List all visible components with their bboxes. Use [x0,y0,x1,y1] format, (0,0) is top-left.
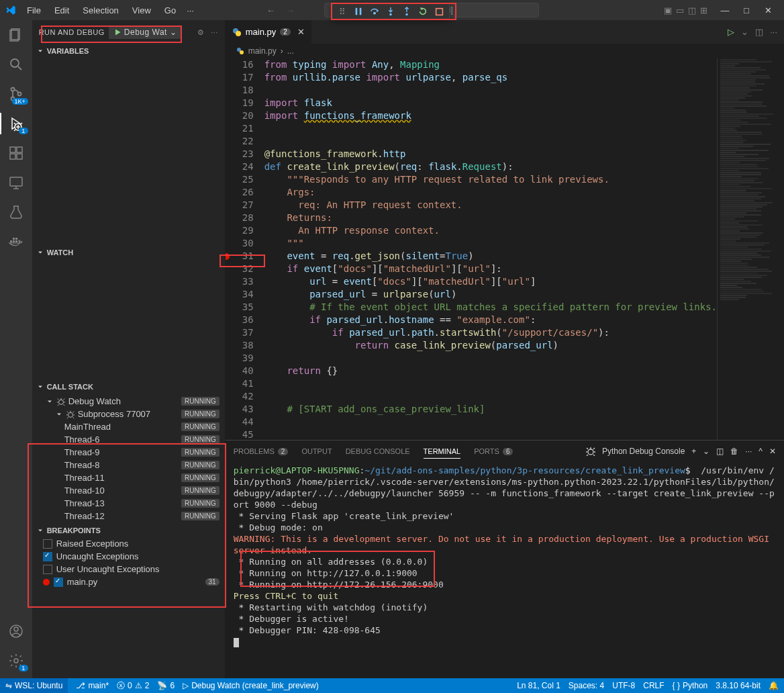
breadcrumb[interactable]: main.py › ... [226,44,784,58]
minimap[interactable] [717,58,784,440]
run-icon[interactable]: ▷ [728,27,734,37]
maximize-panel-icon[interactable]: ^ [758,447,763,456]
settings-icon[interactable]: 1 [7,651,26,670]
tab-main-py[interactable]: main.py 2 ✕ [226,20,312,44]
accounts-icon[interactable] [7,622,26,641]
source-control-icon[interactable]: 1K+ [7,85,26,103]
menu-file[interactable]: File [21,3,46,18]
testing-icon[interactable] [7,203,26,222]
nav-back-icon[interactable]: ← [266,5,275,15]
svg-point-25 [14,627,18,631]
code-editor[interactable]: 1617181920212223242526272829303132333435… [226,58,784,440]
debug-status[interactable]: ▷Debug Watch (create_link_preview) [183,681,319,690]
cursor-position[interactable]: Ln 81, Col 1 [517,681,560,690]
minimize-icon[interactable]: — [714,1,736,19]
split-terminal-icon[interactable]: ◫ [716,447,724,456]
drag-handle-icon[interactable]: ⠿ [336,5,348,17]
breakpoint-option[interactable]: User Uncaught Exceptions [32,563,225,575]
restart-icon[interactable] [417,5,429,17]
debug-config-select[interactable]: Debug Wat ⌄ [109,26,182,39]
step-over-icon[interactable] [369,5,381,17]
menu-go[interactable]: Go [159,3,181,18]
more-icon[interactable]: ··· [745,447,752,456]
more-icon[interactable]: ··· [770,27,777,37]
new-terminal-icon[interactable]: + [691,447,696,456]
checkbox[interactable] [43,565,52,574]
terminal[interactable]: pierrick@LAPTOP-HKU5PNNG:~/git/add-ons-s… [226,462,784,678]
problems-status[interactable]: ⓧ0⚠2 [117,680,149,692]
kill-terminal-icon[interactable]: 🗑 [730,447,738,456]
search-icon[interactable] [7,55,26,74]
menu-more[interactable]: ··· [181,3,199,18]
run-debug-icon[interactable]: 1 [7,114,26,133]
explorer-icon[interactable] [7,26,26,44]
menu-bar: FileEditSelectionViewGo [21,3,181,18]
breakpoints-section[interactable]: BREAKPOINTS [32,524,225,537]
step-out-icon[interactable] [401,5,413,17]
callstack-row[interactable]: MainThreadRUNNING [32,420,225,433]
step-into-icon[interactable] [385,5,397,17]
variables-section[interactable]: VARIABLES [32,44,225,58]
ports-status[interactable]: 📡6 [157,681,175,690]
remote-indicator[interactable]: ⇋WSL: Ubuntu [0,678,68,693]
panel-tab-debug-console[interactable]: DEBUG CONSOLE [346,445,410,458]
callstack-row[interactable]: Debug WatchRUNNING [32,395,225,408]
svg-point-33 [588,449,593,455]
callstack-row[interactable]: Thread-6RUNNING [32,433,225,446]
callstack-row[interactable]: Thread-11RUNNING [32,471,225,484]
breakpoint-file[interactable]: main.py31 [32,575,225,588]
notifications-icon[interactable]: 🔔 [769,681,779,690]
language-mode[interactable]: { }Python [673,681,708,690]
layout-icon[interactable]: ◫ [688,5,696,15]
svg-point-12 [17,93,21,96]
indentation[interactable]: Spaces: 4 [569,681,604,690]
panel-tab-output[interactable]: OUTPUT [301,445,332,458]
callstack-row[interactable]: Thread-10RUNNING [32,484,225,497]
close-icon[interactable]: ✕ [757,1,779,19]
panel-tab-terminal[interactable]: TERMINAL [424,445,461,459]
git-branch[interactable]: ⎇main* [76,681,109,690]
breakpoint-option[interactable]: Raised Exceptions [32,537,225,550]
layout-icon[interactable]: ⊞ [700,5,707,15]
panel-tab-ports[interactable]: PORTS6 [474,445,513,458]
layout-icon[interactable]: ▭ [676,5,684,15]
checkbox[interactable] [43,539,52,549]
close-panel-icon[interactable]: ✕ [769,447,776,456]
remote-explorer-icon[interactable] [7,173,26,192]
layout-icon[interactable]: ▣ [664,5,672,15]
gear-icon[interactable]: ⚙ [197,28,205,37]
menu-edit[interactable]: Edit [49,3,75,18]
extensions-icon[interactable] [7,144,26,163]
terminal-name[interactable]: Python Debug Console [602,447,685,456]
docker-icon[interactable] [7,232,26,251]
more-icon[interactable]: ··· [211,28,218,37]
svg-rect-21 [15,240,17,242]
debug-toolbar[interactable]: ⠿ [332,3,450,20]
encoding[interactable]: UTF-8 [612,681,635,690]
callstack-section[interactable]: CALL STACK [32,380,225,394]
callstack-row[interactable]: Thread-8RUNNING [32,459,225,471]
maximize-icon[interactable]: □ [736,1,757,19]
menu-view[interactable]: View [127,3,156,18]
callstack-row[interactable]: Subprocess 77007RUNNING [32,408,225,420]
callstack-row[interactable]: Thread-13RUNNING [32,497,225,510]
svg-rect-20 [13,240,15,242]
nav-forward-icon[interactable]: → [286,5,295,15]
close-tab-icon[interactable]: ✕ [297,27,305,37]
eol[interactable]: CRLF [643,681,664,690]
split-editor-icon[interactable]: ◫ [755,27,763,37]
watch-section[interactable]: WATCH [32,246,225,259]
panel-tab-problems[interactable]: PROBLEMS2 [234,445,289,458]
callstack-row[interactable]: Thread-9RUNNING [32,446,225,459]
menu-selection[interactable]: Selection [77,3,124,18]
python-version[interactable]: 3.8.10 64-bit [716,681,761,690]
checkbox[interactable] [43,552,52,561]
stop-icon[interactable] [433,5,445,17]
svg-rect-1 [360,8,362,15]
sidebar: RUN AND DEBUG Debug Wat ⌄ ⚙ ··· VARIABLE… [32,20,226,678]
breakpoint-option[interactable]: Uncaught Exceptions [32,550,225,563]
svg-point-32 [240,50,244,54]
callstack-row[interactable]: Thread-12RUNNING [32,510,225,522]
checkbox[interactable] [54,578,63,587]
pause-icon[interactable] [352,5,364,17]
